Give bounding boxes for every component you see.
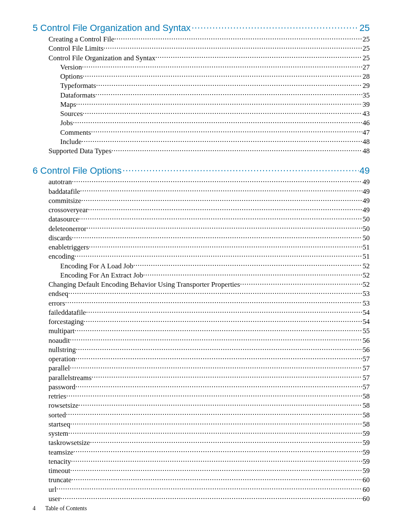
toc-entry[interactable]: taskrowsetsize59 [33, 438, 370, 447]
leader-dots [103, 44, 362, 51]
entry-title: taskrowsetsize [49, 438, 90, 447]
toc-entry[interactable]: Options28 [33, 72, 370, 81]
leader-dots [83, 72, 362, 79]
leader-dots [89, 242, 362, 249]
entry-title: forcestaging [49, 317, 84, 326]
toc-entry[interactable]: endseq53 [33, 289, 370, 298]
entry-page: 57 [363, 373, 370, 382]
entry-page: 60 [363, 485, 370, 494]
toc-entry[interactable]: password57 [33, 382, 370, 391]
toc-entry[interactable]: noaudit56 [33, 336, 370, 345]
toc-entry[interactable]: user60 [33, 494, 370, 503]
toc-entry[interactable]: Dataformats35 [33, 90, 370, 100]
toc-entry[interactable]: Maps39 [33, 100, 370, 109]
entry-title: tenacity [49, 457, 71, 466]
toc-entry[interactable]: datasource50 [33, 214, 370, 224]
leader-dots [96, 81, 362, 88]
toc-entry[interactable]: Creating a Control File25 [33, 34, 370, 44]
entry-title: system [49, 429, 68, 438]
leader-dots [156, 53, 362, 60]
entry-title: Control File Limits [49, 44, 103, 53]
toc-entry[interactable]: Supported Data Types48 [33, 146, 370, 155]
section-heading[interactable]: 6 Control File Options49 [33, 164, 370, 176]
section-heading[interactable]: 5 Control File Organization and Syntax25 [33, 22, 370, 33]
toc-entry[interactable]: Include48 [33, 137, 370, 146]
toc-entry[interactable]: timeout59 [33, 466, 370, 475]
leader-dots [92, 373, 362, 380]
entry-page: 59 [363, 466, 370, 475]
entry-page: 43 [363, 109, 370, 118]
toc-entry[interactable]: enabletriggers51 [33, 242, 370, 252]
leader-dots [76, 345, 362, 352]
leader-dots [79, 401, 362, 408]
toc-entry[interactable]: baddatafile49 [33, 187, 370, 196]
toc-entry[interactable]: operation57 [33, 354, 370, 363]
leader-dots [72, 177, 362, 184]
entry-title: encoding [49, 252, 74, 261]
toc-entry[interactable]: url60 [33, 485, 370, 494]
toc-entry[interactable]: sorted58 [33, 410, 370, 419]
footer-label: Table of Contents [45, 505, 87, 511]
entry-page: 35 [363, 91, 370, 100]
footer: 4 Table of Contents [33, 505, 87, 512]
toc-entry[interactable]: Comments47 [33, 128, 370, 137]
entry-page: 51 [363, 243, 370, 252]
toc-entry[interactable]: autotran49 [33, 177, 370, 186]
leader-dots [192, 22, 359, 31]
entry-page: 58 [363, 401, 370, 410]
leader-dots [79, 214, 362, 221]
toc-entry[interactable]: discards50 [33, 233, 370, 242]
toc-entry[interactable]: nullstring56 [33, 345, 370, 354]
entry-page: 56 [363, 336, 370, 345]
section-gap [33, 155, 370, 164]
leader-dots [83, 109, 362, 116]
entry-page: 50 [363, 224, 370, 233]
toc-entry[interactable]: rowsetsize58 [33, 401, 370, 410]
toc-entry[interactable]: Control File Limits25 [33, 44, 370, 53]
entry-page: 55 [363, 326, 370, 335]
toc-entry[interactable]: retries58 [33, 391, 370, 401]
toc-entry[interactable]: parallel57 [33, 363, 370, 373]
entry-page: 25 [363, 44, 370, 53]
toc-entry[interactable]: forcestaging54 [33, 317, 370, 326]
toc-entry[interactable]: parallelstreams57 [33, 373, 370, 382]
entry-page: 59 [363, 448, 370, 457]
leader-dots [68, 429, 362, 436]
entry-page: 59 [363, 429, 370, 438]
leader-dots [73, 118, 362, 125]
leader-dots [90, 438, 362, 445]
toc-entry[interactable]: faileddatafile54 [33, 308, 370, 317]
toc-entry[interactable]: encoding51 [33, 252, 370, 261]
toc-entry[interactable]: startseq58 [33, 419, 370, 429]
toc-entry[interactable]: tenacity59 [33, 457, 370, 466]
toc-entry[interactable]: teamsize59 [33, 447, 370, 457]
toc-entry[interactable]: Control File Organization and Syntax25 [33, 53, 370, 62]
toc-entry[interactable]: errors53 [33, 298, 370, 308]
entry-title: deleteonerror [49, 224, 87, 233]
entry-page: 59 [363, 457, 370, 466]
entry-title: operation [49, 355, 75, 363]
entry-title: errors [49, 299, 65, 308]
toc-entry[interactable]: Changing Default Encoding Behavior Using… [33, 280, 370, 289]
toc-entry[interactable]: Typeformats29 [33, 81, 370, 90]
toc-entry[interactable]: Version27 [33, 62, 370, 72]
leader-dots [60, 494, 362, 501]
toc-entry[interactable]: deleteonerror50 [33, 224, 370, 233]
toc-entry[interactable]: Encoding For A Load Job52 [33, 261, 370, 270]
toc-entry[interactable]: Encoding For An Extract Job52 [33, 270, 370, 280]
entry-title: faileddatafile [49, 308, 86, 317]
leader-dots [74, 252, 362, 259]
entry-title: Options [60, 72, 83, 81]
entry-title: baddatafile [49, 187, 80, 196]
toc-entry[interactable]: crossoveryear49 [33, 205, 370, 214]
toc-entry[interactable]: multipart55 [33, 326, 370, 335]
entry-title: Sources [60, 109, 83, 118]
entry-page: 51 [363, 252, 370, 261]
leader-dots [87, 224, 362, 231]
toc-entry[interactable]: truncate60 [33, 475, 370, 484]
toc-entry[interactable]: Sources43 [33, 109, 370, 118]
toc-entry[interactable]: system59 [33, 429, 370, 438]
entry-title: rowsetsize [49, 401, 79, 410]
toc-entry[interactable]: Jobs46 [33, 118, 370, 127]
toc-entry[interactable]: commitsize49 [33, 196, 370, 205]
